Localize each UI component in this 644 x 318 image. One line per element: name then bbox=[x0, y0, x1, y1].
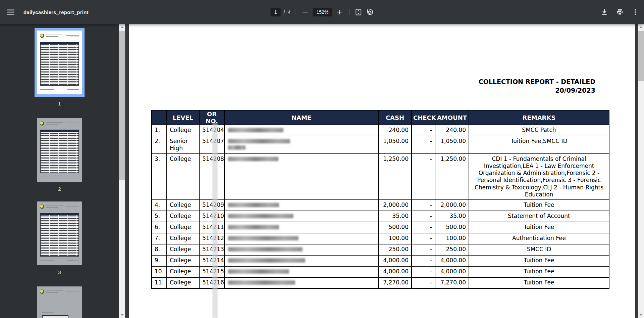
row-number: 8. bbox=[152, 244, 167, 255]
thumbnail-page-number: 1 bbox=[58, 101, 61, 106]
cell-remarks: Statement of Account bbox=[469, 211, 609, 222]
pdf-page: COLLECTION REPORT - DETAILED 20/09/2023 … bbox=[129, 24, 635, 318]
cell-level: College bbox=[167, 244, 199, 255]
toolbar-divider bbox=[296, 9, 296, 15]
cell-remarks: CDI 1 - Fundamentals of Criminal Investi… bbox=[469, 154, 609, 200]
page-number-input[interactable] bbox=[271, 8, 281, 16]
header-level: LEVEL bbox=[167, 110, 199, 125]
page-thumbnail-4[interactable] bbox=[37, 286, 82, 318]
fit-to-page-icon[interactable] bbox=[354, 8, 362, 16]
cell-remarks: Tuition Fee,SMCC ID bbox=[469, 136, 609, 154]
toolbar: dailycashiers_report_print / 4 − 152% + bbox=[0, 0, 644, 24]
redaction-blur-band bbox=[212, 123, 218, 318]
collection-report-table: LEVEL OR NO. NAME CASH CHECK AMOUNT REMA… bbox=[151, 110, 609, 289]
header-name: NAME bbox=[224, 110, 378, 125]
redacted-name bbox=[228, 128, 283, 132]
cell-cash: 2,000.00 bbox=[378, 200, 412, 211]
cell-or-no: 514212 bbox=[199, 233, 224, 244]
row-number: 4. bbox=[152, 200, 167, 211]
cell-amount: 500.00 bbox=[435, 222, 469, 233]
cell-check: - bbox=[412, 266, 435, 277]
thumbnail-preview bbox=[37, 286, 82, 318]
sidebar-scrollbar[interactable] bbox=[119, 24, 125, 318]
row-number: 2. bbox=[152, 136, 167, 154]
redacted-name bbox=[228, 247, 303, 252]
document-title: dailycashiers_report_print bbox=[23, 9, 89, 15]
rotate-counterclockwise-icon[interactable] bbox=[365, 8, 373, 16]
redacted-name bbox=[228, 214, 293, 218]
row-number: 3. bbox=[152, 154, 167, 200]
scroll-up-arrow-icon[interactable] bbox=[638, 24, 644, 30]
cell-remarks: Tuition Fee bbox=[469, 266, 609, 277]
sidebar-scrollbar-thumb[interactable] bbox=[119, 31, 125, 180]
thumbnail-preview bbox=[37, 118, 82, 182]
cell-check: - bbox=[412, 277, 435, 288]
header-amount: AMOUNT bbox=[435, 110, 469, 125]
cell-remarks: Tuition Fee bbox=[469, 200, 609, 211]
page-thumbnail-2[interactable] bbox=[37, 118, 82, 182]
cell-amount: 250.00 bbox=[435, 244, 469, 255]
cell-or-no: 514209 bbox=[199, 200, 224, 211]
table-row: 3.College5142081,250.00-1,250.00CDI 1 - … bbox=[152, 154, 609, 200]
scroll-down-arrow-icon[interactable] bbox=[638, 312, 644, 318]
thumbnail-block-2: 2 bbox=[0, 118, 119, 192]
row-number: 7. bbox=[152, 233, 167, 244]
cell-cash: 500.00 bbox=[378, 222, 412, 233]
cell-or-no: 514211 bbox=[199, 222, 224, 233]
cell-or-no: 514210 bbox=[199, 211, 224, 222]
cell-amount: 2,000.00 bbox=[435, 200, 469, 211]
cell-remarks: Tuition Fee bbox=[469, 277, 609, 288]
scroll-down-arrow-icon[interactable] bbox=[119, 312, 125, 318]
cell-remarks: Tuition Fee bbox=[469, 255, 609, 266]
page-thumbnail-1[interactable] bbox=[35, 28, 85, 97]
cell-or-no: 514213 bbox=[199, 244, 224, 255]
print-icon[interactable] bbox=[616, 8, 624, 16]
zoom-out-button[interactable]: − bbox=[301, 8, 310, 16]
main-scrollbar[interactable] bbox=[638, 24, 644, 318]
cell-cash: 35.00 bbox=[378, 211, 412, 222]
toolbar-divider bbox=[349, 9, 349, 15]
redacted-name bbox=[228, 258, 305, 263]
cell-name bbox=[224, 255, 378, 266]
page-thumbnail-3[interactable] bbox=[37, 201, 82, 265]
report-table-body: 1.College514204240.00-240.00SMCC Patch2.… bbox=[152, 125, 609, 288]
school-logo-icon bbox=[40, 205, 44, 209]
redacted-name bbox=[228, 280, 295, 285]
cell-name bbox=[224, 125, 378, 136]
row-number: 10. bbox=[152, 266, 167, 277]
redacted-name bbox=[228, 139, 290, 143]
cell-amount: 1,250.00 bbox=[435, 154, 469, 200]
header-cash: CASH bbox=[378, 110, 412, 125]
table-row: 8.College514213250.00-250.00SMCC ID bbox=[152, 244, 609, 255]
table-row: 10.College5142154,000.00-4,000.00Tuition… bbox=[152, 266, 609, 277]
menu-icon[interactable] bbox=[7, 8, 15, 16]
cell-remarks: SMCC ID bbox=[469, 244, 609, 255]
pdf-viewer-window: dailycashiers_report_print / 4 − 152% + bbox=[0, 0, 644, 318]
scroll-up-arrow-icon[interactable] bbox=[119, 24, 125, 30]
table-row: 2.Senior High5142071,050.00-1,050.00Tuit… bbox=[152, 136, 609, 154]
row-number: 9. bbox=[152, 255, 167, 266]
cell-name bbox=[224, 136, 378, 154]
header-number bbox=[152, 110, 167, 125]
cell-level: College bbox=[167, 255, 199, 266]
main-scrollbar-thumb[interactable] bbox=[638, 31, 644, 81]
table-row: 1.College514204240.00-240.00SMCC Patch bbox=[152, 125, 609, 136]
cell-check: - bbox=[412, 211, 435, 222]
more-vertical-icon[interactable] bbox=[631, 8, 639, 16]
cell-remarks: SMCC Patch bbox=[469, 125, 609, 136]
cell-cash: 4,000.00 bbox=[378, 255, 412, 266]
download-icon[interactable] bbox=[600, 8, 608, 16]
cell-or-no: 514214 bbox=[199, 255, 224, 266]
cell-amount: 7,270.00 bbox=[435, 277, 469, 288]
cell-cash: 240.00 bbox=[378, 125, 412, 136]
header-or-no: OR NO. bbox=[199, 110, 224, 125]
cell-remarks: Tuition Fee bbox=[469, 222, 609, 233]
report-date: 20/09/2023 bbox=[555, 87, 595, 94]
cell-cash: 7,270.00 bbox=[378, 277, 412, 288]
cell-check: - bbox=[412, 244, 435, 255]
table-row: 9.College5142144,000.00-4,000.00Tuition … bbox=[152, 255, 609, 266]
cell-level: College bbox=[167, 200, 199, 211]
page-total: 4 bbox=[288, 9, 291, 15]
cell-name bbox=[224, 222, 378, 233]
zoom-in-button[interactable]: + bbox=[335, 8, 344, 16]
